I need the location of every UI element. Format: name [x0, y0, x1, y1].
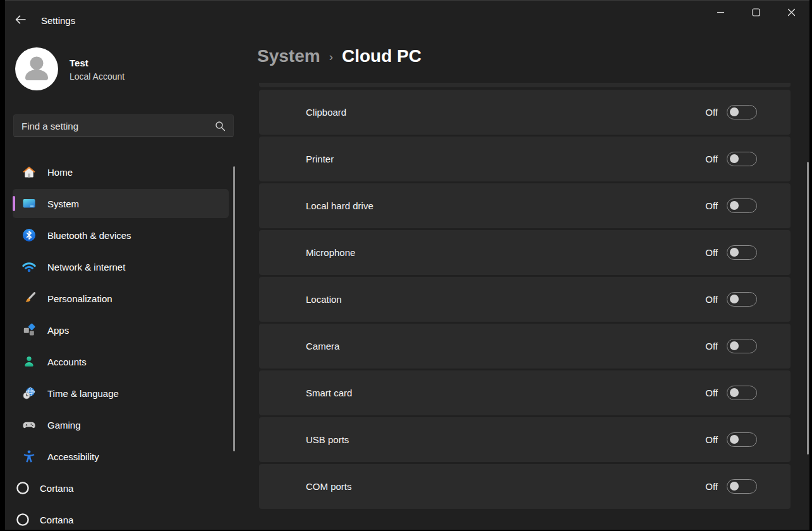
setting-label: COM ports [306, 481, 705, 492]
maximize-button[interactable] [741, 3, 770, 23]
sidebar-item-label: System [47, 198, 79, 209]
toggle-knob [730, 107, 739, 116]
maximize-icon [752, 8, 760, 19]
content-scrollbar[interactable] [807, 162, 809, 455]
setting-label: Location [306, 294, 705, 305]
setting-row-microphone: Microphone Off [259, 230, 791, 275]
page-title: Cloud PC [342, 46, 421, 66]
close-icon [787, 8, 796, 19]
setting-row-com-ports: COM ports Off [259, 464, 791, 509]
sidebar-item-label: Time & language [47, 388, 119, 399]
toggle-knob [730, 341, 739, 350]
setting-label: USB ports [306, 434, 705, 445]
sidebar-item-home[interactable]: Home [13, 157, 229, 186]
sidebar-item-label: Cortana [40, 515, 73, 525]
setting-row-usb-ports: USB ports Off [259, 417, 791, 462]
sidebar-item-cortana-1[interactable]: Cortana [13, 473, 229, 503]
search-box [13, 114, 234, 137]
breadcrumb-section[interactable]: System [257, 46, 320, 66]
partial-row-above [259, 83, 791, 87]
caption-buttons [706, 3, 806, 23]
sidebar-item-bluetooth-devices[interactable]: Bluetooth & devices [13, 221, 229, 250]
person-icon [15, 46, 58, 92]
settings-list: Clipboard Off Printer Off Local hard dri… [259, 83, 791, 511]
titlebar: Settings [5, 1, 809, 31]
back-button[interactable] [13, 14, 28, 28]
accounts-icon [21, 354, 37, 370]
breadcrumb: System › Cloud PC [257, 46, 421, 66]
toggle-state-label: Off [705, 388, 718, 398]
setting-label: Clipboard [306, 107, 705, 118]
toggle-knob [730, 295, 739, 303]
local-hard-drive-toggle[interactable] [727, 198, 757, 213]
location-toggle[interactable] [727, 292, 757, 307]
toggle-state-label: Off [705, 481, 718, 492]
close-button[interactable] [777, 3, 806, 23]
setting-row-location: Location Off [259, 277, 791, 322]
time-language-icon [21, 386, 37, 401]
setting-label: Microphone [306, 247, 705, 258]
sidebar-item-cortana-2[interactable]: Cortana [13, 505, 229, 530]
printer-toggle[interactable] [727, 152, 757, 166]
account-type: Local Account [70, 71, 124, 82]
network-icon [21, 259, 37, 275]
toggle-state-label: Off [705, 341, 718, 351]
sidebar-item-accounts[interactable]: Accounts [13, 347, 229, 376]
toggle-knob [730, 482, 739, 491]
toggle-knob [730, 248, 739, 257]
setting-label: Camera [306, 341, 705, 351]
cortana-icon [16, 481, 30, 495]
com-ports-toggle[interactable] [727, 479, 757, 494]
microphone-toggle[interactable] [727, 245, 757, 260]
account-name: Test [70, 58, 88, 68]
clipboard-toggle[interactable] [727, 105, 757, 119]
setting-row-camera: Camera Off [259, 324, 791, 369]
setting-label: Smart card [306, 388, 705, 398]
setting-row-printer: Printer Off [259, 137, 791, 181]
toggle-state-label: Off [705, 434, 718, 445]
accessibility-icon [21, 449, 37, 465]
home-icon [21, 164, 37, 180]
personalization-icon [21, 291, 37, 307]
setting-row-clipboard: Clipboard Off [259, 90, 791, 135]
sidebar-item-apps[interactable]: Apps [13, 315, 229, 345]
minimize-button[interactable] [706, 3, 735, 23]
system-icon [21, 196, 37, 212]
account-avatar[interactable] [15, 47, 58, 90]
sidebar-item-label: Accounts [47, 357, 87, 367]
sidebar-item-time-language[interactable]: Time & language [13, 379, 229, 408]
sidebar-item-label: Cortana [40, 483, 73, 494]
smart-card-toggle[interactable] [727, 386, 757, 400]
gaming-icon [21, 417, 37, 433]
setting-label: Local hard drive [306, 200, 705, 211]
sidebar-item-label: Network & internet [47, 262, 125, 272]
sidebar-item-label: Bluetooth & devices [47, 230, 131, 241]
search-input[interactable] [14, 121, 215, 131]
sidebar-item-accessibility[interactable]: Accessibility [13, 442, 229, 471]
sidebar-item-label: Apps [47, 325, 69, 336]
sidebar-item-system[interactable]: System [13, 189, 229, 218]
camera-toggle[interactable] [727, 339, 757, 353]
toggle-state-label: Off [705, 200, 718, 211]
apps-icon [21, 322, 37, 338]
sidebar-item-gaming[interactable]: Gaming [13, 410, 229, 439]
selected-accent-pill [13, 196, 15, 211]
toggle-knob [730, 154, 739, 163]
app-title: Settings [41, 15, 75, 26]
sidebar-item-network-internet[interactable]: Network & internet [13, 252, 229, 281]
sidebar-item-label: Personalization [47, 293, 112, 304]
sidebar-nav: Home System [13, 157, 229, 530]
sidebar-item-personalization[interactable]: Personalization [13, 284, 229, 313]
setting-row-local-hard-drive: Local hard drive Off [259, 183, 791, 228]
toggle-knob [730, 201, 739, 210]
toggle-state-label: Off [705, 294, 718, 305]
settings-window: Settings [5, 0, 809, 530]
bluetooth-icon [21, 228, 37, 243]
toggle-knob [730, 435, 739, 444]
toggle-state-label: Off [705, 107, 718, 118]
sidebar-scrollbar[interactable] [233, 166, 235, 451]
setting-label: Printer [306, 154, 705, 164]
usb-ports-toggle[interactable] [727, 432, 757, 447]
sidebar-item-label: Gaming [47, 420, 81, 430]
sidebar: Test Local Account Home [5, 31, 240, 530]
